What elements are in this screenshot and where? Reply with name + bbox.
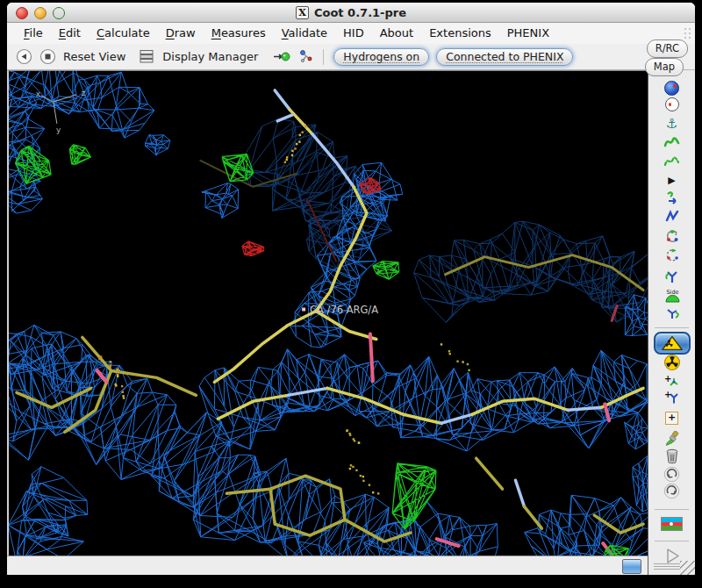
svg-text:+: + — [664, 374, 671, 384]
jiggle-fit-icon[interactable] — [648, 305, 695, 322]
flag-glyph — [661, 517, 683, 531]
coot-window: X Coot 0.7.1-pre FileEditCalculateDrawMe… — [6, 2, 696, 576]
add-terminal-residue-icon[interactable]: + — [648, 372, 695, 390]
status-bar: (mol. no: 0) N /1/A/160 PRO occ: 1.00 bf… — [7, 556, 648, 576]
fixed-atoms-icon[interactable]: ▶ — [648, 171, 695, 189]
menu-hid[interactable]: HID — [335, 23, 372, 44]
right-toolbar: ⚓▶Side+++ — [648, 70, 695, 576]
menu-draw[interactable]: Draw — [158, 23, 204, 44]
zoom-button[interactable] — [53, 7, 65, 19]
x11-icon: X — [296, 6, 309, 19]
go-to-atom-icon[interactable] — [272, 50, 291, 63]
reset-view-button[interactable]: Reset View — [63, 50, 125, 63]
menu-measures[interactable]: Measures — [204, 23, 274, 44]
display-manager-icon[interactable] — [138, 49, 155, 64]
recentre-globe-icon[interactable] — [648, 79, 695, 97]
svg-text:z: z — [82, 89, 86, 97]
title-bar[interactable]: X Coot 0.7.1-pre — [7, 3, 695, 23]
back-view-icon[interactable] — [16, 48, 32, 65]
regularize-zone-icon[interactable] — [648, 152, 695, 169]
plus-glyph: + — [665, 412, 678, 425]
map-button[interactable]: Map — [645, 58, 684, 76]
edit-chi-angles-icon[interactable] — [648, 227, 695, 245]
delete-item-icon[interactable] — [648, 448, 695, 465]
flag-icon[interactable] — [648, 515, 695, 533]
status-progress-thumb[interactable] — [622, 559, 641, 574]
svg-text:y: y — [56, 125, 61, 134]
ligand-builder-icon[interactable] — [298, 49, 313, 64]
picked-atom-marker — [302, 308, 305, 312]
phenix-connection-button[interactable]: Connected to PHENIX — [436, 48, 573, 66]
hydrogens-toggle-button[interactable]: Hydrogens on — [333, 48, 429, 66]
mutate-autofit-button[interactable] — [648, 333, 695, 353]
anchor-pointer-icon[interactable]: ⚓ — [648, 115, 695, 133]
menu-bar: FileEditCalculateDrawMeasuresValidateHID… — [7, 23, 695, 44]
stop-view-icon[interactable] — [39, 48, 56, 65]
main-area: xyzCA /76 ARG/A (mol. no: 0) N /1/A/160 … — [7, 70, 695, 576]
main-toolbar: Reset View Display Manager Hydrogens on … — [7, 44, 695, 70]
separator-2 — [655, 509, 689, 510]
auto-fit-rotamer-icon[interactable] — [648, 207, 695, 225]
redo-icon[interactable] — [648, 482, 695, 499]
undo-icon[interactable] — [648, 465, 695, 483]
gl-canvas[interactable]: xyzCA /76 ARG/A — [7, 70, 648, 556]
menu-about[interactable]: About — [372, 23, 421, 44]
toolbar-separator — [323, 49, 324, 65]
minimize-button[interactable] — [34, 7, 47, 19]
rotate-translate-icon[interactable] — [648, 188, 695, 205]
atom-label: CA /76 ARG/A — [310, 305, 378, 317]
svg-text:Side: Side — [666, 289, 678, 296]
window-title: X Coot 0.7.1-pre — [296, 6, 406, 19]
menu-validate[interactable]: Validate — [274, 23, 335, 44]
run-script-icon[interactable] — [648, 547, 695, 564]
spin-view-icon[interactable] — [648, 96, 695, 113]
torsion-general-icon[interactable] — [648, 247, 695, 264]
clock-glyph — [665, 97, 679, 111]
menubar-grip[interactable] — [684, 28, 691, 39]
window-controls — [16, 7, 65, 19]
menu-calculate[interactable]: Calculate — [89, 23, 158, 44]
menu-phenix[interactable]: PHENIX — [499, 23, 557, 44]
display-manager-button[interactable]: Display Manager — [162, 50, 258, 63]
svg-text:x: x — [36, 90, 41, 98]
fill-partial-residue-icon[interactable] — [648, 430, 695, 448]
anchor-glyph: ⚓ — [666, 118, 677, 131]
globe-glyph — [664, 81, 679, 96]
real-space-refine-icon[interactable] — [648, 133, 695, 150]
menu-edit[interactable]: Edit — [51, 23, 89, 44]
rrc-button[interactable]: R/RC — [647, 39, 688, 58]
simple-mutate-icon[interactable] — [648, 354, 695, 371]
close-button[interactable] — [16, 7, 28, 19]
side-chain-180-icon[interactable]: Side — [648, 287, 695, 305]
place-atom-icon[interactable]: + — [648, 409, 695, 427]
separator-1 — [655, 327, 689, 328]
menu-extensions[interactable]: Extensions — [421, 23, 499, 44]
add-alt-conf-icon[interactable]: + — [648, 388, 695, 405]
menu-file[interactable]: File — [16, 23, 51, 44]
separator-3 — [655, 541, 689, 541]
density-scene: xyzCA /76 ARG/A — [9, 71, 648, 556]
flip-peptide-icon[interactable] — [648, 268, 695, 285]
